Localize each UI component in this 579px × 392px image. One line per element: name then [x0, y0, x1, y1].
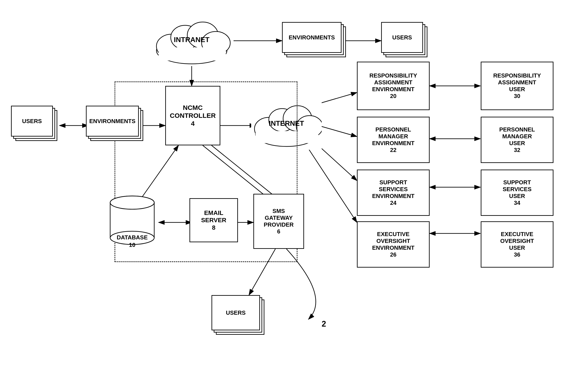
environments-top-label: ENVIRONMENTS: [289, 34, 335, 41]
svg-line-16: [306, 145, 357, 222]
sms-label: SMSGATEWAYPROVIDER6: [264, 208, 294, 235]
personnel-user-label: PERSONNELMANAGERUSER32: [499, 126, 535, 154]
users-top-label: USERS: [392, 34, 412, 41]
responsibility-user-label: RESPONSIBILITYASSIGNMENTUSER30: [493, 72, 541, 100]
personnel-user-box: PERSONNELMANAGERUSER32: [481, 117, 553, 163]
support-env-label: SUPPORTSERVICESENVIRONMENT24: [372, 179, 414, 206]
support-env-box: SUPPORTSERVICESENVIRONMENT24: [357, 170, 430, 216]
users-left: USERS: [11, 106, 60, 143]
sms-gateway-box: SMSGATEWAYPROVIDER6: [253, 194, 304, 249]
responsibility-env-label: RESPONSIBILITYASSIGNMENTENVIRONMENT20: [369, 72, 417, 100]
intranet-label: INTRANET: [174, 36, 210, 44]
svg-point-39: [110, 196, 154, 209]
email-server-box: EMAILSERVER8: [190, 198, 238, 242]
responsibility-user-box: RESPONSIBILITYASSIGNMENTUSER30: [481, 62, 553, 110]
executive-env-box: EXECUTIVEOVERSIGHTENVIRONMENT26: [357, 221, 430, 267]
responsibility-env-box: RESPONSIBILITYASSIGNMENTENVIRONMENT20: [357, 62, 430, 110]
environments-left: ENVIRONMENTS: [86, 106, 145, 143]
support-user-box: SUPPORTSERVICESUSER34: [481, 170, 553, 216]
personnel-env-label: PERSONNELMANAGERENVIRONMENT22: [372, 126, 414, 154]
intranet-cloud: INTRANET: [150, 13, 233, 66]
email-label: EMAILSERVER8: [201, 209, 226, 231]
diagram-container: INTRANET INTERNET NCMCCONTROLLER4 EMAILS…: [0, 0, 579, 392]
executive-user-label: EXECUTIVEOVERSIGHTUSER36: [500, 231, 534, 258]
environments-top: ENVIRONMENTS: [282, 22, 348, 60]
users-bottom-label: USERS: [226, 309, 246, 316]
personnel-env-box: PERSONNELMANAGERENVIRONMENT22: [357, 117, 430, 163]
executive-user-box: EXECUTIVEOVERSIGHTUSER36: [481, 221, 553, 267]
system-label-2: 2: [322, 319, 326, 328]
executive-env-label: EXECUTIVEOVERSIGHTENVIRONMENT26: [372, 231, 414, 258]
database-node: DATABASE10: [108, 192, 156, 249]
svg-rect-27: [159, 47, 226, 61]
database-label: DATABASE10: [117, 234, 148, 248]
internet-label: INTERNET: [269, 119, 304, 128]
environments-left-label: ENVIRONMENTS: [89, 118, 135, 125]
users-bottom: USERS: [212, 295, 267, 339]
support-user-label: SUPPORTSERVICESUSER34: [503, 179, 531, 206]
users-left-label: USERS: [22, 118, 42, 125]
users-top: USERS: [381, 22, 430, 60]
